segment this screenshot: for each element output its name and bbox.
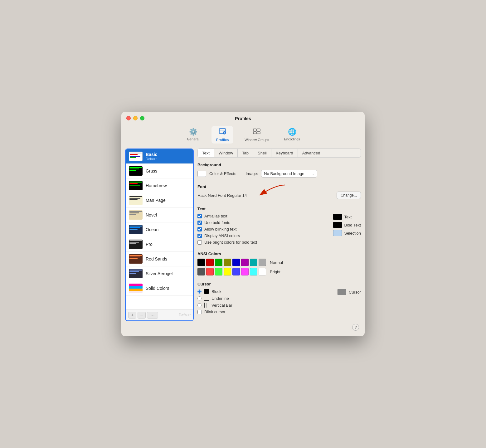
check-ansi: Display ANSI colors [197,233,324,238]
tab-window[interactable]: Window [214,149,238,157]
tab-keyboard[interactable]: Keyboard [271,149,298,157]
svg-rect-6 [257,129,260,131]
text-color-swatch[interactable] [333,214,342,220]
selection-color-label: Selection [344,231,361,236]
more-options-button[interactable]: ··· [147,312,158,319]
profile-thumb-ocean [129,225,143,234]
svg-rect-7 [253,132,256,134]
ansi-bright-4[interactable] [232,268,240,275]
ansi-bright-7[interactable] [259,268,266,275]
close-button[interactable] [126,116,131,120]
ansi-section: ANSI Colors Normal [197,251,361,277]
cursor-underline-radio[interactable] [197,296,202,300]
ansi-bright-0[interactable] [197,268,205,275]
tab-advanced[interactable]: Advanced [298,149,325,157]
profile-list: Basic Default Grass [126,149,193,309]
background-row: Color & Effects Image: No Background Ima… [197,170,361,178]
ansi-normal-4[interactable] [232,259,240,266]
tab-tab[interactable]: Tab [238,149,253,157]
background-color-label: Color & Effects [209,171,236,176]
profile-thumb-grass [129,166,143,176]
ansi-normal-2[interactable] [215,259,222,266]
ansi-bright-2[interactable] [215,268,222,275]
ansi-normal-1[interactable] [206,259,214,266]
cursor-options: Block _ Underline | Vertical Bar [197,289,328,316]
cursor-color-label: Cursor [349,290,361,295]
add-profile-button[interactable]: + [128,312,136,319]
profile-item-pro[interactable]: Pro [126,237,193,252]
cursor-vertical-bar-radio[interactable] [197,303,202,307]
profile-thumb-solid-colors [129,284,143,293]
selection-color-swatch[interactable] [333,230,342,236]
bold-text-color-swatch[interactable] [333,222,342,228]
profile-item-basic[interactable]: Basic Default [126,149,193,164]
ansi-bright-1[interactable] [206,268,214,275]
profile-thumb-homebrew [129,181,143,190]
profiles-window: Profiles ⚙️ General Profiles [121,112,365,336]
cursor-block-preview [204,289,209,294]
profile-item-grass[interactable]: Grass [126,164,193,178]
bright-bold-label: Use bright colors for bold text [204,240,257,245]
tab-text[interactable]: Text [198,149,214,157]
ansi-bright-6[interactable] [250,268,257,275]
profile-item-homebrew[interactable]: Homebrew [126,178,193,193]
toolbar: ⚙️ General Profiles [121,124,365,149]
ansi-bright-3[interactable] [224,268,231,275]
antialias-checkbox[interactable] [197,214,202,218]
text-color-label: Text [344,215,352,219]
tab-bar: Text Window Tab Shell Keyboard Advanced [197,149,361,158]
cursor-block-radio[interactable] [197,290,202,294]
profile-sidebar: Basic Default Grass [125,149,194,321]
profile-thumb-red-sands [129,254,143,264]
profile-item-ocean[interactable]: Ocean [126,222,193,237]
profile-name-solid-colors: Solid Colors [146,286,169,291]
image-select[interactable]: No Background Image [261,170,317,178]
check-bold-fonts: Use bold fonts [197,220,324,225]
background-title: Background [197,163,361,167]
zoom-button[interactable] [140,116,144,120]
ansi-normal-3[interactable] [224,259,231,266]
toolbar-item-profiles[interactable]: Profiles [211,126,233,144]
font-name: Hack Nerd Font Regular 14 [197,193,247,198]
tab-shell[interactable]: Shell [253,149,271,157]
ansi-normal-label: Normal [270,260,283,265]
minimize-button[interactable] [133,116,138,120]
blinking-checkbox[interactable] [197,227,202,231]
check-blinking: Allow blinking text [197,227,324,231]
font-row: Hack Nerd Font Regular 14 Change... [197,192,361,199]
background-color-box[interactable] [197,171,206,177]
cursor-color-swatch[interactable] [338,289,346,295]
profile-item-novel[interactable]: Novel [126,208,193,222]
ansi-normal-6[interactable] [250,259,257,266]
blink-cursor-checkbox[interactable] [197,310,202,314]
main-panel: Text Window Tab Shell Keyboard Advanced … [197,149,361,321]
change-font-button[interactable]: Change... [337,192,361,199]
plus-icon: + [131,312,134,318]
bright-bold-checkbox[interactable] [197,240,202,245]
toolbar-item-encodings[interactable]: 🌐 Encodings [280,126,304,144]
text-section: Text Antialias text Use bold fonts [197,207,361,246]
bold-fonts-checkbox[interactable] [197,221,202,225]
profile-name-ocean: Ocean [146,227,158,232]
profile-item-man-page[interactable]: Man Page [126,193,193,208]
cursor-underline-row: _ Underline [197,296,328,301]
profile-item-red-sands[interactable]: Red Sands [126,252,193,266]
ansi-bright-label: Bright [270,270,280,274]
toolbar-item-general[interactable]: ⚙️ General [182,126,204,144]
profile-item-solid-colors[interactable]: Solid Colors [126,281,193,296]
profile-item-silver-aerogel[interactable]: Silver Aerogel [126,266,193,281]
ansi-normal-0[interactable] [197,259,205,266]
ansi-bright-5[interactable] [241,268,249,275]
toolbar-item-window-groups[interactable]: Window Groups [241,126,273,144]
ansi-normal-5[interactable] [241,259,249,266]
cursor-title: Cursor [197,282,361,286]
profile-thumb-silver-aerogel [129,269,143,278]
help-button[interactable]: ? [352,324,359,331]
profile-thumb-basic [129,152,143,161]
ansi-normal-7[interactable] [259,259,266,266]
remove-profile-button[interactable]: − [138,312,146,319]
blinking-label: Allow blinking text [204,227,236,231]
ansi-checkbox[interactable] [197,234,202,238]
image-label: Image: [245,171,258,176]
default-label: Default [179,313,191,317]
